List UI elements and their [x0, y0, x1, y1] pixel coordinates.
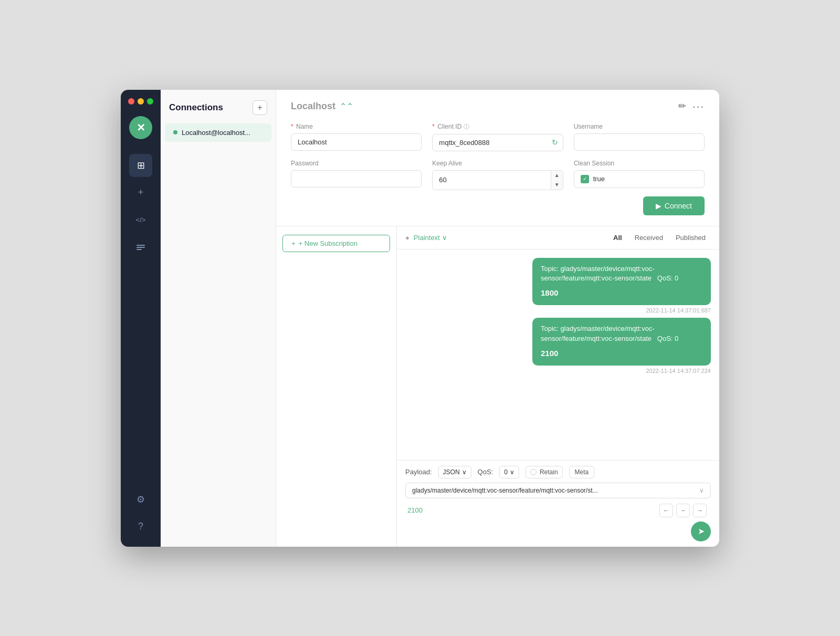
traffic-light-yellow[interactable]	[138, 98, 144, 105]
connections-panel: Connections + Localhost@localhost...	[161, 90, 276, 547]
sidebar-item-settings[interactable]: ⚙	[129, 488, 152, 511]
topic-input-row[interactable]: gladys/master/device/mqtt:voc-sensor/fea…	[405, 483, 711, 498]
connections-title: Connections	[169, 102, 223, 113]
clean-session-label: Clean Session	[574, 160, 705, 167]
retain-button[interactable]: Retain	[526, 466, 563, 478]
username-input[interactable]	[574, 133, 705, 151]
traffic-lights	[121, 98, 153, 105]
keep-alive-field-group: Keep Alive ▲ ▼	[432, 160, 563, 190]
svg-rect-2	[136, 249, 142, 250]
clean-session-value: true	[593, 175, 605, 183]
tab-all[interactable]: All	[608, 232, 627, 244]
list-item: Topic: gladys/master/device/mqtt:voc-sen…	[532, 318, 711, 374]
keep-alive-input[interactable]	[433, 172, 550, 188]
traffic-light-red[interactable]	[128, 98, 134, 105]
client-id-input[interactable]	[432, 134, 563, 151]
username-label: Username	[574, 123, 705, 130]
payload-label: Payload:	[405, 468, 432, 476]
sidebar-item-help[interactable]: ?	[129, 515, 152, 538]
connection-status-dot	[173, 130, 177, 134]
message-bubble-2: Topic: gladys/master/device/mqtt:voc-sen…	[532, 318, 711, 366]
payload-value: 2100	[407, 506, 423, 514]
stepper-up[interactable]: ▲	[551, 171, 563, 180]
config-title-row: Localhost ⌃⌃	[291, 101, 353, 112]
username-field-group: Username	[574, 123, 705, 151]
qos-value: 0	[504, 468, 508, 476]
minus-button[interactable]: −	[676, 504, 690, 517]
new-sub-icon: +	[291, 239, 296, 247]
client-id-input-wrapper: ↻	[432, 134, 563, 151]
list-item: Topic: gladys/master/device/mqtt:voc-sen…	[532, 258, 711, 314]
collapse-icon[interactable]: ⌃⌃	[340, 101, 353, 111]
message-bubble-1: Topic: gladys/master/device/mqtt:voc-sen…	[532, 258, 711, 306]
config-section: Localhost ⌃⌃ ✏ ··· * Name	[276, 90, 719, 226]
format-selector[interactable]: ● Plaintext ∨	[405, 234, 447, 242]
refresh-icon[interactable]: ↻	[552, 138, 558, 147]
tab-published[interactable]: Published	[670, 232, 711, 244]
messages-list: Topic: gladys/master/device/mqtt:voc-sen…	[397, 249, 719, 460]
format-chevron-icon: ∨	[442, 234, 447, 242]
tab-received[interactable]: Received	[629, 232, 668, 244]
sidebar: ✕ ⊞ + </> ⚙ ?	[121, 90, 161, 547]
qos-chevron-icon: ∨	[510, 468, 514, 476]
app-window: ✕ ⊞ + </> ⚙ ? Connections + Localhost@lo…	[121, 90, 719, 547]
connect-button-row: ▶ Connect	[291, 196, 705, 215]
password-label: Password	[291, 160, 422, 167]
payload-row: 2100 ← − →	[405, 502, 711, 519]
new-subscription-button[interactable]: + + New Subscription	[282, 235, 390, 252]
traffic-light-green[interactable]	[147, 98, 153, 105]
config-form: * Name * Client ID ⓘ ↻	[291, 123, 705, 190]
message-time-2: 2022-11-14 14:37:07:224	[646, 368, 711, 374]
stepper-down[interactable]: ▼	[551, 180, 563, 190]
qos-label: QoS:	[478, 468, 494, 476]
message-topic-2: Topic: gladys/master/device/mqtt:voc-sen…	[541, 324, 702, 343]
name-label: * Name	[291, 123, 422, 130]
password-input[interactable]	[291, 170, 422, 187]
svg-rect-1	[136, 247, 145, 248]
forward-button[interactable]: →	[693, 504, 707, 517]
sidebar-item-connections[interactable]: ⊞	[129, 154, 152, 177]
filter-tabs: All Received Published	[608, 232, 711, 244]
new-sub-label: + New Subscription	[299, 239, 358, 247]
format-label: Plaintext	[414, 234, 440, 242]
back-button[interactable]: ←	[659, 504, 673, 517]
connect-button[interactable]: ▶ Connect	[643, 196, 705, 215]
messages-panel: ● Plaintext ∨ All Received Published Top…	[397, 226, 719, 547]
connections-header: Connections +	[161, 90, 276, 123]
name-input[interactable]	[291, 133, 422, 151]
stepper-buttons: ▲ ▼	[551, 171, 563, 190]
payload-actions: ← − →	[659, 504, 707, 517]
message-section: + + New Subscription ● Plaintext ∨ All R…	[276, 226, 719, 547]
add-connection-button[interactable]: +	[253, 100, 267, 115]
client-id-field-group: * Client ID ⓘ ↻	[432, 123, 563, 151]
connection-name: Localhost@localhost...	[182, 129, 250, 137]
connect-label: Connect	[665, 202, 692, 210]
sidebar-item-add[interactable]: +	[129, 181, 152, 204]
retain-label: Retain	[540, 468, 558, 476]
payload-format-select[interactable]: JSON ∨	[438, 466, 471, 478]
more-button[interactable]: ···	[692, 100, 705, 112]
svg-rect-0	[136, 245, 145, 246]
composer: Payload: JSON ∨ QoS: 0 ∨ Retain	[397, 460, 719, 547]
send-button[interactable]: ➤	[691, 522, 711, 541]
meta-button[interactable]: Meta	[569, 466, 595, 478]
connection-item-localhost[interactable]: Localhost@localhost...	[165, 123, 271, 142]
edit-button[interactable]: ✏	[678, 100, 686, 112]
name-field-group: * Name	[291, 123, 422, 151]
question-icon: ●	[405, 234, 410, 242]
qos-select[interactable]: 0 ∨	[499, 466, 519, 478]
config-header: Localhost ⌃⌃ ✏ ···	[291, 100, 705, 112]
keep-alive-stepper: ▲ ▼	[432, 170, 563, 190]
clean-session-checkbox[interactable]: ✓	[581, 175, 589, 183]
clean-session-input[interactable]: ✓ true	[574, 170, 705, 188]
config-actions: ✏ ···	[678, 100, 705, 112]
meta-label: Meta	[575, 468, 589, 476]
client-id-label: * Client ID ⓘ	[432, 123, 563, 131]
sidebar-item-list[interactable]	[129, 236, 152, 259]
password-field-group: Password	[291, 160, 422, 190]
payload-format-chevron-icon: ∨	[462, 468, 467, 476]
config-title: Localhost	[291, 101, 335, 112]
sidebar-item-code[interactable]: </>	[129, 208, 152, 232]
message-topic-1: Topic: gladys/master/device/mqtt:voc-sen…	[541, 264, 702, 283]
message-value-2: 2100	[541, 348, 702, 360]
